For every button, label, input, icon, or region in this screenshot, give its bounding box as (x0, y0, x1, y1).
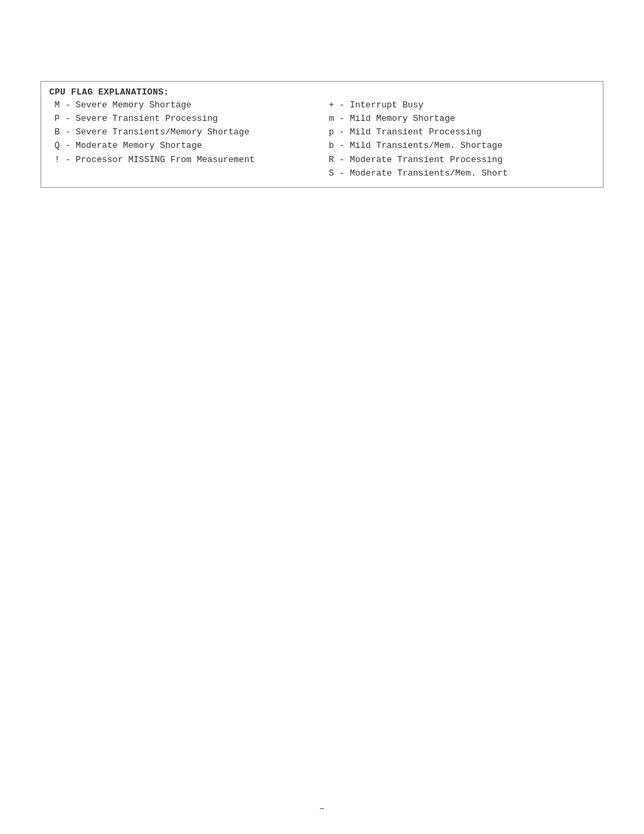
legend-item-right-4: R - Moderate Transient Processing (329, 153, 595, 167)
legend-header: CPU FLAG EXPLANATIONS: (49, 87, 595, 97)
legend-item-right-2: p - Mild Transient Processing (329, 126, 595, 139)
legend-item-left-3: Q - Moderate Memory Shortage (49, 139, 315, 153)
legend-left-column: M - Severe Memory Shortage P - Severe Tr… (49, 99, 315, 180)
legend-item-left-0: M - Severe Memory Shortage (49, 99, 315, 112)
main-container: CPU FLAG EXPLANATIONS: M - Severe Memory… (0, 0, 644, 215)
legend-box: CPU FLAG EXPLANATIONS: M - Severe Memory… (41, 81, 603, 188)
legend-item-right-0: + - Interrupt Busy (329, 99, 595, 112)
legend-item-right-5: S - Moderate Transients/Mem. Short (329, 167, 595, 180)
legend-item-left-1: P - Severe Transient Processing (49, 112, 315, 126)
legend-grid: M - Severe Memory Shortage P - Severe Tr… (49, 99, 595, 180)
legend-item-left-4: ! - Processor MISSING From Measurement (49, 153, 315, 167)
bottom-label: – (319, 803, 325, 814)
bottom-bar: – (319, 803, 325, 814)
legend-item-right-1: m - Mild Memory Shortage (329, 112, 595, 126)
legend-item-left-2: B - Severe Transients/Memory Shortage (49, 126, 315, 139)
legend-item-right-3: b - Mild Transients/Mem. Shortage (329, 139, 595, 153)
legend-right-column: + - Interrupt Busy m - Mild Memory Short… (329, 99, 595, 180)
